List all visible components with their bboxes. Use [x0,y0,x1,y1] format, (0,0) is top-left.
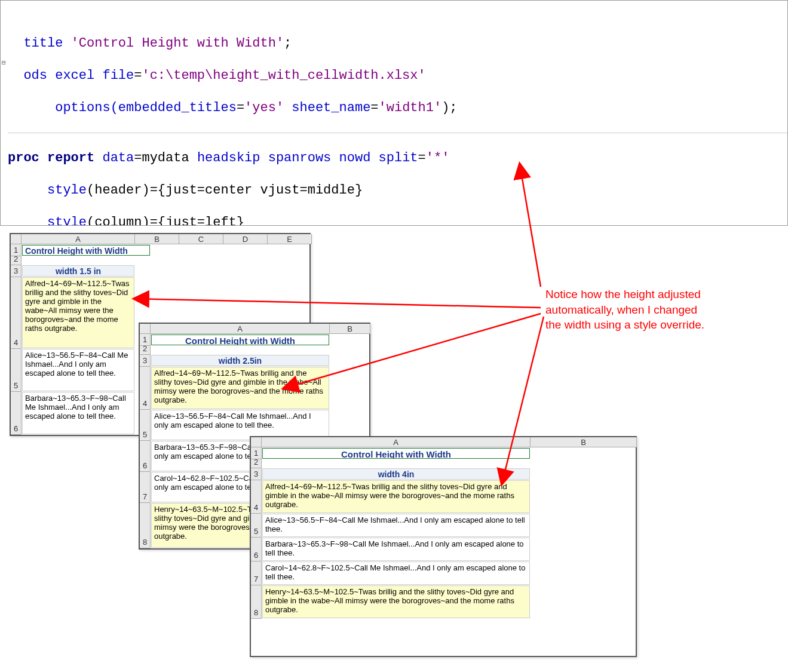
row-header[interactable]: 7 [140,472,151,503]
row-header[interactable]: 6 [251,538,262,561]
code-token: file [102,68,134,83]
row-header[interactable]: 7 [251,561,262,585]
row-header[interactable]: 5 [140,410,151,441]
code-token: excel [55,68,102,83]
data-cell[interactable]: Henry~14~63.5~M~102.5~Twas brillig and t… [262,585,530,618]
row-header[interactable]: 8 [140,503,151,548]
code-token: data [102,151,134,165]
data-cell[interactable]: Alice~13~56.5~F~84~Call Me Ishmael...And… [262,514,530,537]
col-header[interactable]: A [22,234,135,244]
data-cell[interactable]: Alfred~14~69~M~112.5~Twas brillig and th… [22,277,134,348]
code-token: title [8,36,71,51]
row-header[interactable]: 4 [251,480,262,514]
code-token: ); [441,100,457,115]
col-header[interactable]: E [268,234,312,244]
row-header[interactable]: 3 [140,355,151,367]
row-header[interactable]: 5 [251,514,262,538]
code-token: sheet_name [292,100,370,115]
code-token: =mydata [134,151,197,165]
row-header[interactable]: 4 [11,277,22,349]
code-token: split [379,151,418,165]
code-token: (column)={just=left} [87,215,244,226]
data-cell[interactable]: Barbara~13~65.3~F~98~Call Me Ishmael...A… [262,538,530,561]
data-cell[interactable]: Barbara~13~65.3~F~98~Call Me Ishmael...A… [22,392,134,434]
code-token: nowd [339,151,379,165]
data-cell[interactable]: Alice~13~56.5~F~84~Call Me Ishmael...And… [22,349,134,391]
col-header[interactable]: A [151,324,330,334]
collapse-icon[interactable]: ⊟ [2,55,6,71]
col-header[interactable]: B [330,324,370,334]
annotation-line: automatically, when I changed [545,302,704,318]
data-cell[interactable]: Alfred~14~69~M~112.5~Twas brillig and th… [262,480,530,513]
code-token: = [237,100,244,115]
code-token [8,183,47,198]
row-header[interactable]: 2 [251,459,262,468]
row-header[interactable]: 4 [140,367,151,410]
sas-code-editor[interactable]: ⊟ title 'Control Height with Width'; ods… [0,0,788,226]
column-title: width 2.5in [151,355,329,366]
code-string: 'width1' [379,100,442,115]
col-header[interactable]: C [179,234,223,244]
spreadsheet-title: Control Height with Width [151,335,329,345]
column-title: width 4in [262,468,530,480]
row-header[interactable]: 3 [251,468,262,480]
code-token: ; [284,36,292,51]
col-header[interactable]: D [223,234,268,244]
code-string: 'yes' [244,100,284,115]
row-header[interactable]: 5 [11,349,22,392]
col-header[interactable]: B [135,234,179,244]
row-header[interactable]: 3 [11,265,22,277]
code-token: proc report [8,151,102,165]
col-header[interactable]: B [531,437,637,447]
col-header[interactable]: A [262,437,531,447]
annotation-line: Notice how the height adjusted [545,287,704,302]
code-string: 'c:\temp\height_with_cellwidth.xlsx' [142,68,425,83]
row-header[interactable]: 2 [140,346,151,355]
code-string: '*' [426,151,450,165]
code-token: style [47,215,87,226]
code-string: 'Control Height with Width' [71,36,284,51]
code-token [8,215,47,226]
code-token: options( [8,100,118,115]
row-header[interactable]: 8 [251,585,262,619]
code-token: spanrows [268,151,339,165]
annotation-text: Notice how the height adjusted automatic… [545,287,704,333]
code-token [284,100,292,115]
code-token: headskip [197,151,268,165]
column-title: width 1.5 in [22,265,134,277]
row-header[interactable]: 2 [11,256,22,265]
spreadsheet-title: Control Height with Width [262,448,530,459]
code-token: style [47,183,87,198]
annotation-line: the width using a style override. [545,317,704,333]
code-token: (header)={just=center vjust=middle} [87,183,363,198]
data-cell[interactable]: Alfred~14~69~M~112.5~Twas brillig and th… [151,367,329,409]
row-header[interactable]: 6 [140,441,151,472]
code-token: = [134,68,142,83]
row-header[interactable]: 6 [11,392,22,435]
code-token: ods [8,68,55,83]
code-token: = [418,151,426,165]
excel-preview-3: A B 1 2 3 4 5 6 7 8 Control Height with … [250,436,637,657]
code-token: embedded_titles [118,100,237,115]
spreadsheet-title: Control Height with Width [22,245,150,256]
code-token: = [370,100,378,115]
data-cell[interactable]: Carol~14~62.8~F~102.5~Call Me Ishmael...… [262,561,530,585]
